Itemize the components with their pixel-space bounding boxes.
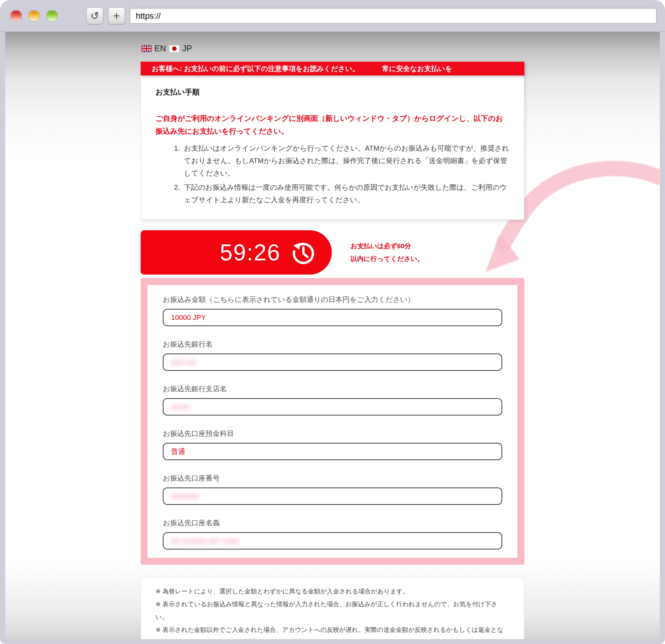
- field-account-type: お振込先口座預金科目 普通: [163, 429, 502, 460]
- notice-banner-tagline: 常に安全なお支払いを: [382, 64, 452, 73]
- transfer-details-form: お振込み金額（こちらに表示されている金額通りの日本円をご入力ください） 1000…: [141, 278, 524, 565]
- field-account-holder-input[interactable]: ●● ●●●●● ●●ー●●●: [163, 532, 502, 549]
- timer-note-line1: お支払いは必ず60分: [351, 240, 424, 252]
- payment-content: EN JP お客様へ: お支払いの前に必ず以下の注意事項をお読みください。 常に…: [141, 32, 524, 639]
- field-amount-label: お振込み金額（こちらに表示されている金額通りの日本円をご入力ください）: [163, 295, 502, 304]
- uk-flag-icon: [141, 45, 152, 52]
- field-account-number: お振込先口座番号 ●●●●●●: [163, 473, 502, 505]
- timer-clock-icon: [290, 239, 317, 266]
- field-branch-name-input[interactable]: ●●●●: [163, 398, 502, 415]
- instruction-step: 下記のお振込み情報は一度のみ使用可能です。何らかの原因でお支払いが失敗した際は、…: [182, 181, 509, 206]
- field-bank-name-input[interactable]: ●●● ●●: [163, 354, 502, 371]
- field-branch-name-label: お振込先銀行支店名: [163, 384, 502, 394]
- instruction-step: お支払いはオンラインバンキングから行ってください。ATMからのお振込みも可能です…: [182, 142, 509, 180]
- timer-note: お支払いは必ず60分 以内に行ってください。: [351, 240, 424, 265]
- language-jp-label: JP: [182, 44, 192, 53]
- jp-flag-icon: [169, 45, 179, 52]
- field-account-number-value-redacted: ●●●●●●: [171, 492, 199, 500]
- reload-icon: ↺: [90, 10, 99, 22]
- language-en-label: EN: [154, 44, 166, 53]
- field-account-holder-label: お振込先口座名義: [163, 518, 502, 528]
- field-account-holder: お振込先口座名義 ●● ●●●●● ●●ー●●●: [163, 518, 502, 549]
- field-amount-input[interactable]: 10000 JPY: [163, 309, 502, 326]
- field-account-type-input[interactable]: 普通: [163, 443, 502, 460]
- page-body: EN JP お客様へ: お支払いの前に必ず以下の注意事項をお読みください。 常に…: [5, 32, 660, 639]
- instructions-highlight: ご自身がご利用のオンラインバンキングに別画面（新しいウィンドウ・タブ）からログイ…: [156, 112, 509, 138]
- field-bank-name: お振込先銀行名 ●●● ●●: [163, 339, 502, 371]
- field-branch-name-value-redacted: ●●●●: [171, 403, 190, 411]
- instructions-box: お支払い手順 ご自身がご利用のオンラインバンキングに別画面（新しいウィンドウ・タ…: [141, 75, 524, 220]
- instructions-steps: お支払いはオンラインバンキングから行ってください。ATMからのお振込みも可能です…: [156, 142, 509, 206]
- url-text: https://: [136, 11, 161, 21]
- timer-note-line2: 以内に行ってください。: [351, 252, 424, 265]
- field-account-type-value: 普通: [171, 447, 185, 456]
- field-amount: お振込み金額（こちらに表示されている金額通りの日本円をご入力ください） 1000…: [163, 295, 502, 326]
- timer-section: 59:26 お支払いは必ず60分 以内に行ってください。: [141, 230, 524, 275]
- notice-banner-message: お客様へ: お支払いの前に必ず以下の注意事項をお読みください。: [152, 64, 359, 73]
- notice-banner: お客様へ: お支払いの前に必ず以下の注意事項をお読みください。 常に安全なお支払…: [141, 62, 524, 75]
- footnote: ※ 為替レートにより、選択した金額とわずかに異なる金額が入金される場合があります…: [156, 585, 509, 598]
- instructions-title: お支払い手順: [156, 87, 509, 97]
- browser-chrome: ↺ + https://: [0, 0, 665, 32]
- close-window-button[interactable]: [10, 10, 22, 21]
- window-controls: [10, 10, 58, 21]
- field-bank-name-value-redacted: ●●● ●●: [171, 358, 197, 366]
- minimize-window-button[interactable]: [28, 10, 40, 21]
- countdown-time: 59:26: [220, 239, 281, 266]
- reload-button[interactable]: ↺: [86, 7, 103, 24]
- new-tab-button[interactable]: +: [108, 7, 125, 24]
- plus-icon: +: [113, 9, 120, 23]
- field-amount-value: 10000 JPY: [171, 313, 206, 322]
- footnotes-box: ※ 為替レートにより、選択した金額とわずかに異なる金額が入金される場合があります…: [141, 577, 524, 639]
- footnote: ※ 表示されているお振込み情報と異なった情報が入力された場合、お振込みが正しく行…: [156, 598, 509, 624]
- field-account-number-label: お振込先口座番号: [163, 473, 502, 483]
- language-option-en[interactable]: EN: [141, 44, 166, 53]
- address-bar[interactable]: https://: [130, 8, 657, 24]
- field-branch-name: お振込先銀行支店名 ●●●●: [163, 384, 502, 415]
- field-account-type-label: お振込先口座預金科目: [163, 429, 502, 438]
- footnote: ※ 表示された金額以外でご入金された場合、アカウントへの反映が遅れ、実際の送金金…: [156, 624, 509, 639]
- field-bank-name-label: お振込先銀行名: [163, 339, 502, 349]
- field-account-holder-value-redacted: ●● ●●●●● ●●ー●●●: [171, 536, 239, 546]
- language-switcher: EN JP: [141, 44, 524, 53]
- language-option-jp[interactable]: JP: [169, 44, 192, 53]
- browser-window: ↺ + https://: [0, 0, 665, 644]
- maximize-window-button[interactable]: [46, 10, 58, 21]
- countdown-timer: 59:26: [141, 230, 332, 275]
- field-account-number-input[interactable]: ●●●●●●: [163, 488, 502, 505]
